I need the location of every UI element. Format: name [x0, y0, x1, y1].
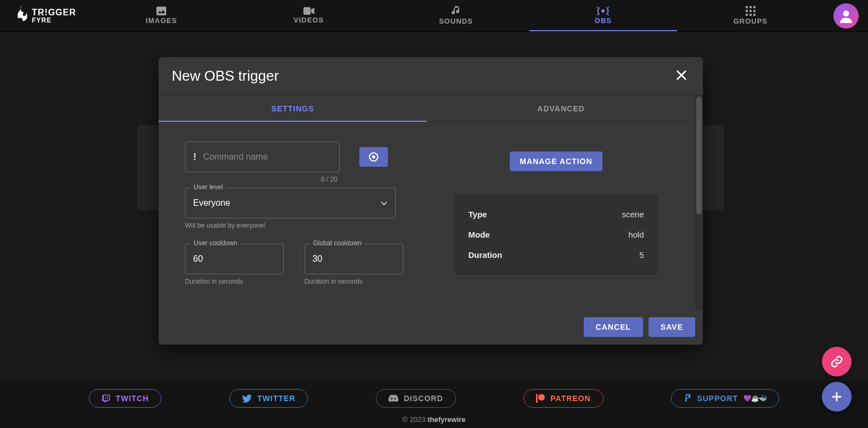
info-row-mode: Mode hold — [469, 224, 644, 245]
svg-rect-2 — [303, 7, 311, 15]
close-icon — [675, 69, 687, 81]
fab-add-button[interactable] — [822, 382, 852, 412]
redeem-toggle-button[interactable] — [359, 147, 388, 167]
support-link[interactable]: SUPPORT 💜☕🐳 — [671, 389, 779, 408]
svg-rect-10 — [746, 14, 748, 16]
svg-rect-16 — [536, 394, 538, 403]
svg-point-15 — [372, 155, 375, 159]
top-navigation: TR!GGER FYRE IMAGES VIDEOS SOUNDS OBS GR… — [0, 0, 868, 32]
twitch-link[interactable]: TWITCH — [89, 389, 161, 408]
tab-advanced[interactable]: ADVANCED — [427, 95, 695, 121]
paypal-icon — [684, 394, 691, 403]
svg-rect-12 — [753, 14, 756, 16]
nav-tab-sounds[interactable]: SOUNDS — [382, 0, 529, 31]
scrollbar-thumb[interactable] — [696, 97, 702, 215]
plus-icon — [831, 391, 843, 403]
twitter-link[interactable]: TWITTER — [229, 389, 308, 408]
discord-icon — [388, 395, 398, 402]
patreon-icon — [536, 394, 545, 403]
modal-tabs: SETTINGS ADVANCED — [159, 95, 695, 122]
modal-header: New OBS trigger — [159, 57, 703, 95]
nav-tab-images[interactable]: IMAGES — [88, 0, 235, 31]
user-cooldown-helper: Duration in seconds — [185, 278, 291, 285]
user-cooldown-field[interactable]: User cooldown — [185, 244, 284, 274]
tab-settings[interactable]: SETTINGS — [159, 95, 427, 121]
global-cooldown-label: Global cooldown — [311, 239, 365, 247]
avatar-container — [824, 3, 868, 29]
user-level-select[interactable]: User level Everyone — [185, 188, 396, 218]
bottom-bar: TWITCH TWITTER DISCORD PATREON SUPPORT 💜… — [0, 381, 868, 428]
modal-footer: CANCEL SAVE — [159, 309, 703, 345]
fab-link-button[interactable] — [822, 347, 852, 376]
user-cooldown-block: User cooldown Duration in seconds — [185, 244, 291, 285]
twitch-icon — [102, 394, 110, 403]
user-cooldown-input[interactable] — [193, 254, 303, 264]
image-icon — [156, 7, 166, 15]
grid-icon — [746, 6, 756, 16]
modal-body: ! 0 / 20 User level Everyone — [159, 122, 695, 309]
info-row-type: Type scene — [469, 204, 644, 224]
video-icon — [303, 7, 314, 15]
new-obs-trigger-modal: New OBS trigger SETTINGS ADVANCED ! — [159, 57, 703, 345]
nav-tab-videos[interactable]: VIDEOS — [235, 0, 382, 31]
user-cooldown-label: User cooldown — [191, 239, 240, 247]
social-links: TWITCH TWITTER DISCORD PATREON SUPPORT 💜… — [0, 389, 868, 408]
svg-point-3 — [601, 9, 605, 13]
svg-point-0 — [18, 18, 22, 22]
patreon-link[interactable]: PATREON — [523, 389, 603, 408]
svg-rect-9 — [753, 10, 756, 12]
info-row-duration: Duration 5 — [469, 245, 644, 265]
cooldown-row: User cooldown Duration in seconds Global… — [185, 244, 410, 285]
global-cooldown-block: Global cooldown Duration in seconds — [305, 244, 411, 285]
action-info-card: Type scene Mode hold Duration 5 — [454, 194, 658, 275]
command-name-input[interactable] — [203, 152, 331, 162]
global-cooldown-helper: Duration in seconds — [305, 278, 411, 285]
command-counter: 0 / 20 — [185, 176, 340, 183]
modal-scrollbar[interactable] — [695, 95, 703, 309]
svg-rect-6 — [753, 6, 756, 8]
svg-rect-1 — [156, 7, 166, 15]
modal-scroll-area: SETTINGS ADVANCED ! 0 / 20 U — [159, 95, 703, 309]
command-row: ! — [185, 142, 410, 172]
nav-tab-obs[interactable]: OBS — [529, 0, 677, 31]
discord-link[interactable]: DISCORD — [376, 389, 456, 408]
svg-rect-8 — [749, 10, 752, 12]
person-icon — [839, 9, 853, 23]
app-logo[interactable]: TR!GGER FYRE — [0, 5, 88, 26]
settings-right-column: MANAGE ACTION Type scene Mode hold Durat… — [443, 142, 669, 285]
command-name-field[interactable]: ! — [185, 142, 340, 172]
svg-rect-11 — [749, 14, 752, 16]
svg-rect-7 — [746, 10, 748, 12]
manage-action-button[interactable]: MANAGE ACTION — [510, 151, 602, 171]
user-level-helper: Will be usable by everyone! — [185, 222, 410, 229]
svg-point-13 — [843, 10, 849, 16]
user-level-value: Everyone — [193, 198, 381, 208]
flame-icon — [13, 5, 29, 26]
nav-tabs: IMAGES VIDEOS SOUNDS OBS GROUPS — [88, 0, 824, 31]
chevron-down-icon — [381, 198, 387, 208]
svg-point-17 — [538, 394, 545, 401]
cancel-button[interactable]: CANCEL — [584, 317, 643, 337]
user-level-block: User level Everyone Will be usable by ev… — [185, 188, 410, 229]
music-icon — [452, 6, 460, 16]
global-cooldown-field[interactable]: Global cooldown — [305, 244, 403, 274]
svg-rect-5 — [749, 6, 752, 8]
nav-tab-groups[interactable]: GROUPS — [677, 0, 824, 31]
logo-text: TR!GGER FYRE — [32, 8, 76, 24]
copyright: © 2023 thefyrewire — [0, 415, 868, 424]
user-avatar[interactable] — [833, 3, 859, 29]
broadcast-icon — [597, 7, 609, 15]
global-cooldown-input[interactable] — [313, 254, 422, 264]
link-icon — [830, 355, 843, 368]
modal-title: New OBS trigger — [172, 67, 279, 85]
save-button[interactable]: SAVE — [649, 317, 695, 337]
twitter-icon — [242, 395, 252, 403]
channel-points-icon — [368, 151, 379, 162]
user-level-label: User level — [191, 183, 226, 191]
support-emoji: 💜☕🐳 — [743, 395, 766, 402]
command-prefix: ! — [193, 151, 196, 163]
close-button[interactable] — [673, 67, 690, 85]
settings-left-column: ! 0 / 20 User level Everyone — [185, 142, 410, 285]
svg-rect-4 — [746, 6, 748, 8]
